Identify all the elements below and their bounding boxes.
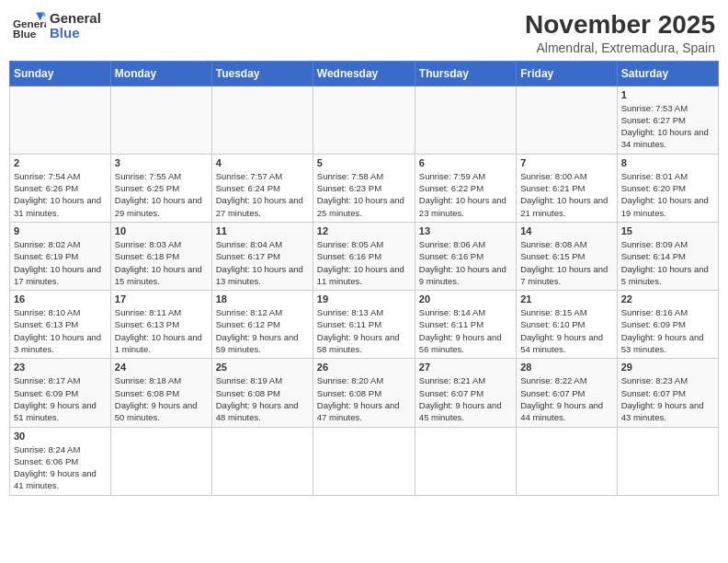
day-number: 15 <box>621 225 714 236</box>
calendar-cell: 28Sunrise: 8:22 AM Sunset: 6:07 PM Dayli… <box>517 359 617 427</box>
header-cell-wednesday: Wednesday <box>313 61 415 86</box>
calendar-cell: 25Sunrise: 8:19 AM Sunset: 6:08 PM Dayli… <box>211 359 313 427</box>
day-number: 22 <box>621 293 714 304</box>
calendar-cell <box>517 86 617 154</box>
day-info: Sunrise: 8:21 AM Sunset: 6:07 PM Dayligh… <box>419 374 512 423</box>
day-info: Sunrise: 8:03 AM Sunset: 6:18 PM Dayligh… <box>115 238 208 287</box>
calendar-cell: 10Sunrise: 8:03 AM Sunset: 6:18 PM Dayli… <box>110 222 211 290</box>
logo-blue: Blue <box>50 26 101 41</box>
calendar-cell: 3Sunrise: 7:55 AM Sunset: 6:25 PM Daylig… <box>110 154 211 222</box>
day-info: Sunrise: 7:59 AM Sunset: 6:22 PM Dayligh… <box>419 170 512 219</box>
day-number: 30 <box>14 431 107 442</box>
calendar-cell <box>110 427 211 495</box>
header-cell-saturday: Saturday <box>617 61 718 86</box>
day-info: Sunrise: 7:53 AM Sunset: 6:27 PM Dayligh… <box>621 102 714 151</box>
day-info: Sunrise: 8:20 AM Sunset: 6:08 PM Dayligh… <box>317 374 411 423</box>
day-number: 13 <box>419 225 512 236</box>
day-info: Sunrise: 8:18 AM Sunset: 6:08 PM Dayligh… <box>115 374 208 423</box>
day-number: 23 <box>14 362 107 373</box>
calendar-cell: 9Sunrise: 8:02 AM Sunset: 6:19 PM Daylig… <box>10 222 111 290</box>
calendar-cell: 14Sunrise: 8:08 AM Sunset: 6:15 PM Dayli… <box>517 222 617 290</box>
calendar-cell: 30Sunrise: 8:24 AM Sunset: 6:06 PM Dayli… <box>10 427 111 495</box>
page-subtitle: Almendral, Extremadura, Spain <box>525 40 715 55</box>
day-number: 24 <box>115 362 208 373</box>
week-row-2: 9Sunrise: 8:02 AM Sunset: 6:19 PM Daylig… <box>10 222 719 290</box>
calendar-cell: 1Sunrise: 7:53 AM Sunset: 6:27 PM Daylig… <box>617 86 718 154</box>
day-info: Sunrise: 8:12 AM Sunset: 6:12 PM Dayligh… <box>216 306 309 355</box>
day-number: 28 <box>520 362 612 373</box>
day-number: 9 <box>14 225 107 236</box>
day-info: Sunrise: 8:13 AM Sunset: 6:11 PM Dayligh… <box>317 306 411 355</box>
week-row-0: 1Sunrise: 7:53 AM Sunset: 6:27 PM Daylig… <box>10 86 719 154</box>
calendar-cell: 19Sunrise: 8:13 AM Sunset: 6:11 PM Dayli… <box>313 291 415 359</box>
calendar-cell: 6Sunrise: 7:59 AM Sunset: 6:22 PM Daylig… <box>415 154 516 222</box>
day-number: 18 <box>216 293 309 304</box>
day-info: Sunrise: 8:06 AM Sunset: 6:16 PM Dayligh… <box>419 238 512 287</box>
calendar-cell: 13Sunrise: 8:06 AM Sunset: 6:16 PM Dayli… <box>415 222 516 290</box>
calendar-cell: 26Sunrise: 8:20 AM Sunset: 6:08 PM Dayli… <box>313 359 415 427</box>
week-row-3: 16Sunrise: 8:10 AM Sunset: 6:13 PM Dayli… <box>10 291 719 359</box>
day-info: Sunrise: 7:54 AM Sunset: 6:26 PM Dayligh… <box>14 170 107 219</box>
day-info: Sunrise: 8:08 AM Sunset: 6:15 PM Dayligh… <box>520 238 612 287</box>
day-info: Sunrise: 8:00 AM Sunset: 6:21 PM Dayligh… <box>520 170 612 219</box>
calendar-cell: 21Sunrise: 8:15 AM Sunset: 6:10 PM Dayli… <box>517 291 617 359</box>
day-info: Sunrise: 8:14 AM Sunset: 6:11 PM Dayligh… <box>419 306 512 355</box>
day-info: Sunrise: 8:05 AM Sunset: 6:16 PM Dayligh… <box>317 238 411 287</box>
week-row-4: 23Sunrise: 8:17 AM Sunset: 6:09 PM Dayli… <box>10 359 719 427</box>
day-number: 2 <box>14 157 107 168</box>
calendar-cell: 15Sunrise: 8:09 AM Sunset: 6:14 PM Dayli… <box>617 222 718 290</box>
week-row-1: 2Sunrise: 7:54 AM Sunset: 6:26 PM Daylig… <box>10 154 719 222</box>
logo-general: General <box>50 11 101 27</box>
calendar-table: SundayMondayTuesdayWednesdayThursdayFrid… <box>9 61 719 496</box>
calendar-cell: 29Sunrise: 8:23 AM Sunset: 6:07 PM Dayli… <box>617 359 718 427</box>
logo: General Blue General Blue <box>13 9 101 42</box>
day-number: 21 <box>520 293 612 304</box>
day-number: 14 <box>520 225 612 236</box>
day-number: 4 <box>216 157 309 168</box>
header-cell-monday: Monday <box>110 61 211 86</box>
calendar-cell: 7Sunrise: 8:00 AM Sunset: 6:21 PM Daylig… <box>517 154 617 222</box>
day-info: Sunrise: 8:10 AM Sunset: 6:13 PM Dayligh… <box>14 306 107 355</box>
calendar-cell <box>211 427 313 495</box>
header-cell-thursday: Thursday <box>415 61 516 86</box>
day-number: 12 <box>317 225 411 236</box>
logo-icon: General Blue <box>13 9 46 42</box>
calendar-body: 1Sunrise: 7:53 AM Sunset: 6:27 PM Daylig… <box>10 86 719 495</box>
calendar-cell: 2Sunrise: 7:54 AM Sunset: 6:26 PM Daylig… <box>10 154 111 222</box>
calendar-cell: 11Sunrise: 8:04 AM Sunset: 6:17 PM Dayli… <box>211 222 313 290</box>
day-info: Sunrise: 8:23 AM Sunset: 6:07 PM Dayligh… <box>621 374 714 423</box>
day-number: 26 <box>317 362 411 373</box>
calendar-cell <box>415 427 516 495</box>
day-info: Sunrise: 8:19 AM Sunset: 6:08 PM Dayligh… <box>216 374 309 423</box>
calendar-cell: 24Sunrise: 8:18 AM Sunset: 6:08 PM Dayli… <box>110 359 211 427</box>
day-info: Sunrise: 8:22 AM Sunset: 6:07 PM Dayligh… <box>520 374 612 423</box>
day-info: Sunrise: 8:01 AM Sunset: 6:20 PM Dayligh… <box>621 170 714 219</box>
calendar-cell <box>211 86 313 154</box>
header-cell-tuesday: Tuesday <box>211 61 313 86</box>
day-number: 29 <box>621 362 714 373</box>
day-info: Sunrise: 7:58 AM Sunset: 6:23 PM Dayligh… <box>317 170 411 219</box>
day-info: Sunrise: 8:17 AM Sunset: 6:09 PM Dayligh… <box>14 374 107 423</box>
header-cell-sunday: Sunday <box>10 61 111 86</box>
calendar-cell: 4Sunrise: 7:57 AM Sunset: 6:24 PM Daylig… <box>211 154 313 222</box>
day-number: 5 <box>317 157 411 168</box>
week-row-5: 30Sunrise: 8:24 AM Sunset: 6:06 PM Dayli… <box>10 427 719 495</box>
calendar-cell: 16Sunrise: 8:10 AM Sunset: 6:13 PM Dayli… <box>10 291 111 359</box>
day-info: Sunrise: 8:16 AM Sunset: 6:09 PM Dayligh… <box>621 306 714 355</box>
day-number: 25 <box>216 362 309 373</box>
day-info: Sunrise: 8:02 AM Sunset: 6:19 PM Dayligh… <box>14 238 107 287</box>
calendar-cell <box>617 427 718 495</box>
calendar-cell <box>313 427 415 495</box>
day-info: Sunrise: 7:55 AM Sunset: 6:25 PM Dayligh… <box>115 170 208 219</box>
calendar-cell: 8Sunrise: 8:01 AM Sunset: 6:20 PM Daylig… <box>617 154 718 222</box>
header-row: SundayMondayTuesdayWednesdayThursdayFrid… <box>10 61 719 86</box>
header-cell-friday: Friday <box>517 61 617 86</box>
calendar-cell <box>517 427 617 495</box>
calendar-cell <box>110 86 211 154</box>
day-number: 11 <box>216 225 309 236</box>
calendar-cell: 23Sunrise: 8:17 AM Sunset: 6:09 PM Dayli… <box>10 359 111 427</box>
day-info: Sunrise: 8:11 AM Sunset: 6:13 PM Dayligh… <box>115 306 208 355</box>
calendar-cell: 18Sunrise: 8:12 AM Sunset: 6:12 PM Dayli… <box>211 291 313 359</box>
day-number: 10 <box>115 225 208 236</box>
day-info: Sunrise: 7:57 AM Sunset: 6:24 PM Dayligh… <box>216 170 309 219</box>
